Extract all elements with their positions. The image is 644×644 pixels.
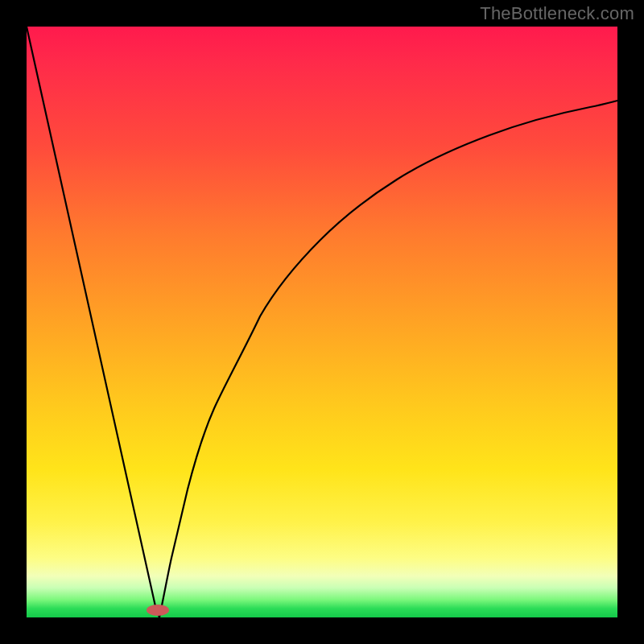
curve-layer xyxy=(27,27,617,617)
chart-frame: TheBottleneck.com xyxy=(0,0,644,644)
bottleneck-marker xyxy=(147,605,169,616)
curve-right-branch xyxy=(159,101,617,617)
watermark-text: TheBottleneck.com xyxy=(480,3,634,24)
plot-area xyxy=(27,27,617,617)
curve-left-branch xyxy=(27,27,159,617)
